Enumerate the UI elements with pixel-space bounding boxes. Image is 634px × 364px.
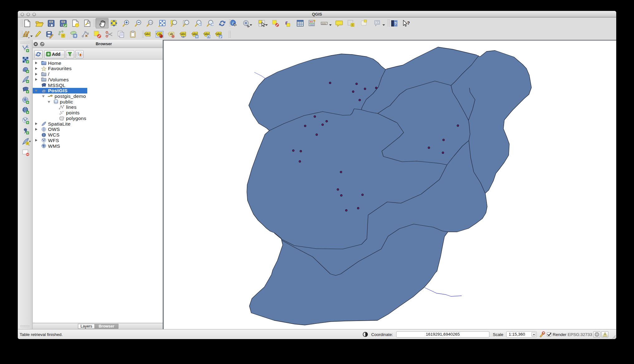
svg-text:abc: abc [181,32,186,36]
svg-text:i: i [232,21,233,25]
svg-text:?: ? [407,20,410,26]
svg-text:T: T [377,21,378,24]
svg-text:1:1: 1:1 [149,22,152,24]
svg-text:abc: abc [146,32,150,36]
svg-text:?: ? [394,22,396,26]
